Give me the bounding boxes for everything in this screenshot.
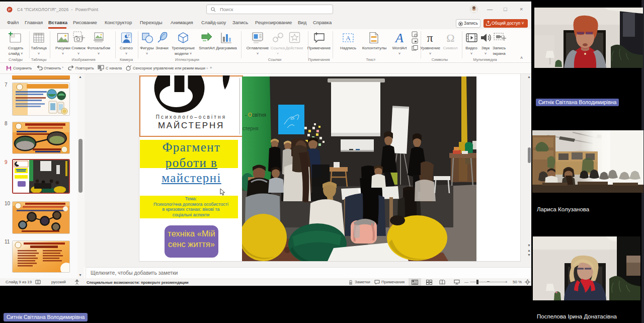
svg-text:P: P — [8, 8, 11, 12]
svg-text:A: A — [394, 31, 404, 44]
svg-text:- Освітня: - Освітня — [245, 112, 266, 118]
svg-text:Ω: Ω — [446, 32, 454, 44]
svg-text:стерня: стерня — [243, 126, 259, 131]
svg-text:P: P — [128, 34, 130, 37]
svg-text:π: π — [427, 32, 433, 44]
svg-text:А: А — [346, 34, 351, 42]
